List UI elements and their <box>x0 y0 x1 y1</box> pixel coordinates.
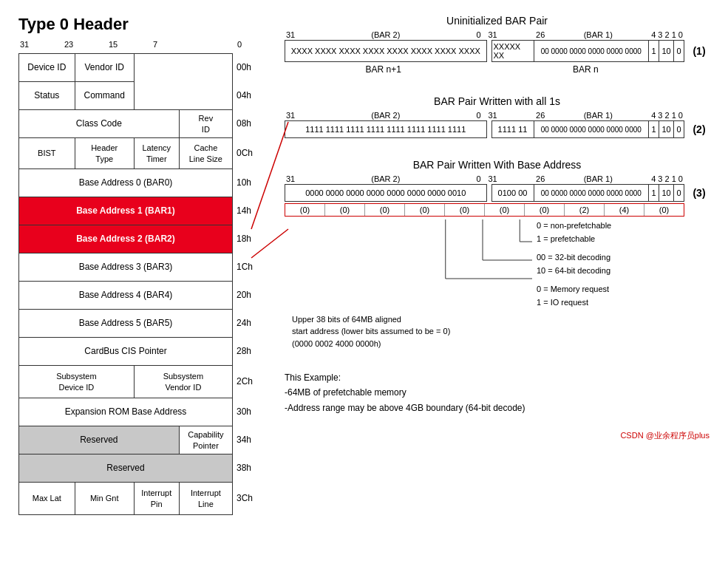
addr-30h: 30h <box>233 398 253 426</box>
ann-text-1: 0 = non-prefetchable1 = prefetchable <box>537 219 684 245</box>
table-row: BIST HeaderType LatencyTimer CacheLine S… <box>19 138 233 169</box>
annotation-area: (0) (0) (0) (0) (0) (0) (0) (2) (4) (0) <box>285 203 710 310</box>
bit-15: 15 <box>109 40 118 49</box>
cell-subsys-vendor: SubsystemVendor ID <box>134 366 232 398</box>
annotation-text-panel: 0 = non-prefetchable1 = prefetchable 00 … <box>537 219 684 310</box>
cell-header-type: HeaderType <box>75 138 134 169</box>
allones-bar-left: 1111 1111 1111 1111 1111 1111 1111 1111 <box>285 120 487 138</box>
uninit-title: Uninitialized BAR Pair <box>285 15 710 27</box>
allones-bars-row: 1111 1111 1111 1111 1111 1111 1111 1111 … <box>285 120 710 138</box>
ann-text-2: 00 = 32-bit decoding10 = 64-bit decoding <box>537 251 684 277</box>
addr-20h: 20h <box>233 281 253 309</box>
address-labels: 00h 04h 08h 0Ch 10h 14h 18h 1Ch 20h 24h … <box>233 53 253 514</box>
baseaddr-ruler-bar2: (BAR 2) <box>371 174 400 183</box>
table-row: Base Address 0 (BAR0) <box>19 169 233 197</box>
table-row: Reserved <box>19 454 233 483</box>
uninit-bar-section: Uninitialized BAR Pair 31 (BAR 2) 0 31 2… <box>285 15 710 75</box>
cell-reserved2: Reserved <box>19 454 233 483</box>
cell-rev-id: RevID <box>179 110 232 138</box>
uninit-barn-label: BAR n <box>487 64 685 75</box>
uninit-ruler-row: 31 (BAR 2) 0 31 26 (BAR 1) 4 3 2 1 0 <box>285 30 710 39</box>
table-row: Reserved CapabilityPointer <box>19 426 233 454</box>
example-line1: -64MB of prefetchable memory <box>285 385 710 400</box>
cell-reserved1: Reserved <box>19 426 180 454</box>
ruler-bar2-label: (BAR 2) <box>371 30 400 39</box>
baseaddr-right-bit0: 0 <box>674 184 684 202</box>
baseaddr-ruler-row: 31 (BAR 2) 0 31 26 (BAR 1) 4 3 2 1 0 <box>285 174 710 183</box>
allones-ruler-4321: 4 3 2 1 0 <box>651 111 683 120</box>
ann-val-8: (4) <box>605 204 644 216</box>
ann-val-4: (0) <box>445 204 485 216</box>
uninit-labels-spacer <box>689 64 710 75</box>
ann-val-9: (0) <box>644 204 684 216</box>
cell-status: Status <box>19 82 75 110</box>
table-row-bar2: Base Address 2 (BAR2) <box>19 225 233 253</box>
cell-vendor-id: Vendor ID <box>75 54 134 82</box>
cell-bar1: Base Address 1 (BAR1) <box>19 197 233 225</box>
baseaddr-ruler-31-left: 31 <box>286 174 295 183</box>
baseaddr-bar-left: 0000 0000 0000 0000 0000 0000 0000 0010 <box>285 184 487 202</box>
addr-08h: 08h <box>233 109 253 137</box>
uninit-right-bit2: 1 <box>649 40 659 62</box>
allones-right-bit2: 1 <box>649 120 659 138</box>
cell-bist: BIST <box>19 138 75 169</box>
bit-23: 23 <box>64 40 73 49</box>
allones-ruler-row: 31 (BAR 2) 0 31 26 (BAR 1) 4 3 2 1 0 <box>285 111 710 120</box>
uninit-barnplus1-label: BAR n+1 <box>285 64 483 75</box>
ann-val-0: (0) <box>285 204 325 216</box>
cell-bar4: Base Address 4 (BAR4) <box>19 282 233 310</box>
left-panel: Type 0 Header 31 23 15 7 0 Device ID Ven… <box>18 15 270 515</box>
main-container: Type 0 Header 31 23 15 7 0 Device ID Ven… <box>7 7 721 522</box>
ann-val-2: (0) <box>365 204 405 216</box>
allones-bar-right: 1111 11 00 0000 0000 0000 0000 0000 1 10… <box>491 120 685 138</box>
ann-text-3: 0 = Memory request1 = IO request <box>537 283 684 309</box>
addr-34h: 34h <box>233 426 253 454</box>
uninit-right-bit0: 0 <box>674 40 684 62</box>
cell-bar3: Base Address 3 (BAR3) <box>19 253 233 282</box>
baseaddr-number-badge: (3) <box>689 184 710 202</box>
baseaddr-bars-row: 0000 0000 0000 0000 0000 0000 0000 0010 … <box>285 184 710 202</box>
baseaddr-bar-section: BAR Pair Written With Base Address 31 (B… <box>285 159 710 350</box>
baseaddr-title: BAR Pair Written With Base Address <box>285 159 710 171</box>
allones-title: BAR Pair Written with all 1s <box>285 95 710 107</box>
baseaddr-bar-right: 0100 00 00 0000 0000 0000 0000 0000 1 10… <box>491 184 685 202</box>
addr-04h: 04h <box>233 81 253 109</box>
bit-7: 7 <box>153 40 157 49</box>
allones-ruler-31-left: 31 <box>286 111 295 120</box>
ruler-31-right: 31 <box>489 30 497 39</box>
addr-24h: 24h <box>233 309 253 337</box>
addr-0ch: 0Ch <box>233 137 253 168</box>
baseaddr-right-prefix: 0100 00 <box>491 184 534 202</box>
cell-cardbus: CardBus CIS Pointer <box>19 338 233 366</box>
baseaddr-right-middle: 00 0000 0000 0000 0000 0000 <box>534 184 650 202</box>
cell-command: Command <box>75 82 134 110</box>
ann-val-7: (2) <box>565 204 605 216</box>
allones-right-middle: 00 0000 0000 0000 0000 0000 <box>534 120 650 138</box>
cell-class-code: Class Code <box>19 110 180 138</box>
allones-right-bit10: 10 <box>659 120 674 138</box>
uninit-labels-row: BAR n+1 BAR n <box>285 64 710 75</box>
allones-ruler-spacer <box>689 111 710 120</box>
ruler-26: 26 <box>536 30 545 39</box>
allones-ruler-bar1: (BAR 1) <box>584 111 613 120</box>
addr-38h: 38h <box>233 454 253 482</box>
baseaddr-right-bit2: 1 <box>649 184 659 202</box>
addr-1ch: 1Ch <box>233 253 253 281</box>
cell-int-pin: InterruptPin <box>134 483 179 515</box>
uninit-right-bit10: 10 <box>659 40 674 62</box>
table-row: Device ID Vendor ID <box>19 54 233 82</box>
uninit-number-badge: (1) <box>689 40 710 62</box>
cell-subsys-device: SubsystemDevice ID <box>19 366 135 398</box>
table-row: Max Lat Min Gnt InterruptPin InterruptLi… <box>19 483 233 515</box>
addr-00h: 00h <box>233 53 253 81</box>
allones-bar-section: BAR Pair Written with all 1s 31 (BAR 2) … <box>285 95 710 138</box>
table-row: SubsystemDevice ID SubsystemVendor ID <box>19 366 233 398</box>
ruler-bar1-label: (BAR 1) <box>584 30 613 39</box>
header-table: Device ID Vendor ID Status Command Class… <box>18 53 233 515</box>
annotation-values: (0) (0) (0) (0) (0) (0) (0) (2) (4) (0) <box>285 203 684 217</box>
allones-ruler-0: 0 <box>476 111 480 120</box>
baseaddr-right-bit10: 10 <box>659 184 674 202</box>
cell-cap-pointer: CapabilityPointer <box>179 426 232 454</box>
cell-min-gnt: Min Gnt <box>75 483 134 515</box>
uninit-right-middle: 00 0000 0000 0000 0000 0000 <box>534 40 650 62</box>
